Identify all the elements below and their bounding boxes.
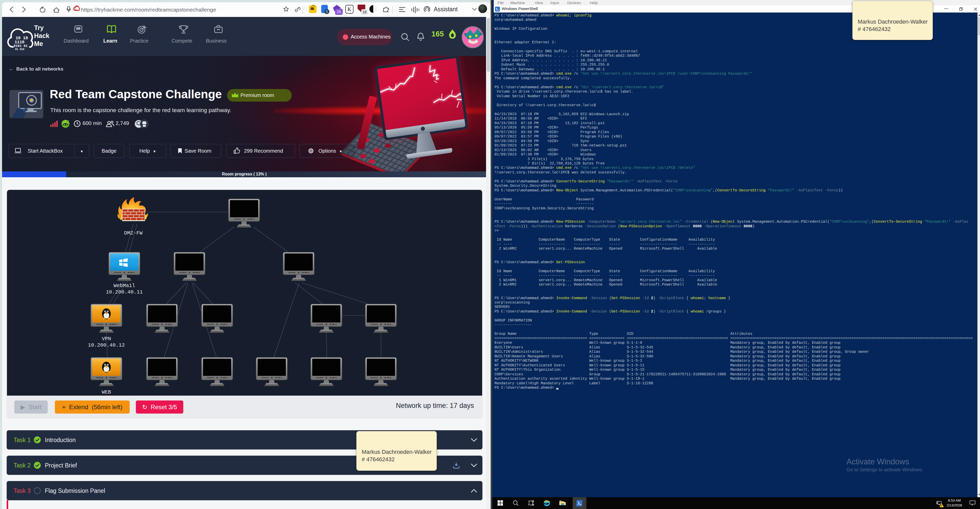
svg-text:10.200.40.12: 10.200.40.12	[88, 342, 125, 348]
svg-text:DMZ-FW: DMZ-FW	[124, 230, 143, 236]
svg-text:e: e	[545, 501, 547, 506]
svg-text:0101 01: 0101 01	[14, 44, 28, 48]
svg-text:10: 10	[75, 8, 77, 11]
svg-text:WebMail: WebMail	[114, 283, 135, 289]
svg-text:01 010: 01 010	[15, 48, 24, 51]
svg-text:WEB: WEB	[102, 389, 111, 395]
svg-text:!: !	[941, 504, 942, 507]
svg-text:VPN: VPN	[102, 336, 111, 342]
svg-text:10.200.40.11: 10.200.40.11	[106, 289, 143, 295]
